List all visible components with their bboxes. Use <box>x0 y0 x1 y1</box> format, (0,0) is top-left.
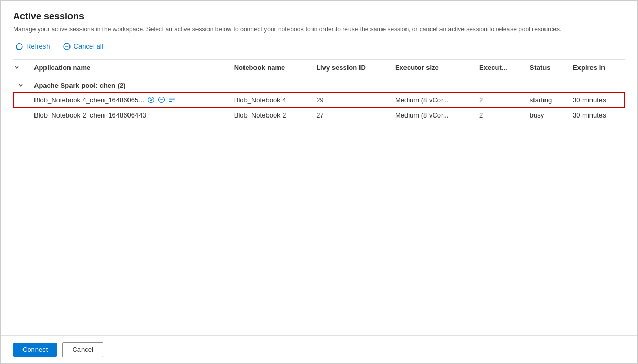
header-chevron-icon[interactable] <box>14 65 19 70</box>
row-executors: 2 <box>474 108 525 123</box>
row-expires-in: 30 minutes <box>567 108 625 123</box>
connect-session-icon[interactable] <box>147 96 155 103</box>
th-app-name: Application name <box>29 60 229 76</box>
sessions-table: Application name Notebook name Livy sess… <box>13 60 625 123</box>
row-chevron-cell <box>13 108 29 123</box>
refresh-icon <box>15 42 24 51</box>
th-notebook-name: Notebook name <box>229 60 311 76</box>
cancel-session-icon[interactable] <box>158 96 165 103</box>
row-app-name: Blob_Notebook 4_chen_16486065... <box>29 92 229 108</box>
row-executor-size: Medium (8 vCor... <box>390 92 474 108</box>
th-status: Status <box>525 60 567 76</box>
row-livy-session-id: 27 <box>311 108 390 123</box>
details-session-icon[interactable] <box>168 96 176 103</box>
footer: Connect Cancel <box>1 335 637 363</box>
page-description: Manage your active sessions in the works… <box>13 25 625 34</box>
refresh-button[interactable]: Refresh <box>13 41 52 52</box>
row-status: starting <box>525 92 567 108</box>
group-row: Apache Spark pool: chen (2) <box>13 76 625 92</box>
row-status: busy <box>525 108 567 123</box>
row-app-name: Blob_Notebook 2_chen_1648606443 <box>29 108 229 123</box>
svg-rect-5 <box>169 98 175 98</box>
row-notebook-name: Blob_Notebook 2 <box>229 108 311 123</box>
svg-point-2 <box>148 97 154 103</box>
table-header-row: Application name Notebook name Livy sess… <box>13 60 625 76</box>
group-chevron-cell <box>13 76 29 92</box>
row-chevron-cell <box>13 92 29 108</box>
toolbar: Refresh Cancel all <box>13 41 625 52</box>
row-executors: 2 <box>474 92 525 108</box>
cancel-all-label: Cancel all <box>74 42 103 50</box>
group-chevron-icon[interactable] <box>18 83 24 88</box>
refresh-label: Refresh <box>26 42 50 50</box>
table-row[interactable]: Blob_Notebook 4_chen_16486065... <box>13 92 625 108</box>
row-notebook-name: Blob_Notebook 4 <box>229 92 311 108</box>
group-name: Apache Spark pool: chen (2) <box>29 76 625 92</box>
th-executors: Execut... <box>474 60 525 76</box>
th-expand <box>13 60 29 76</box>
svg-rect-6 <box>169 100 175 100</box>
row-expires-in: 30 minutes <box>567 92 625 108</box>
cancel-button[interactable]: Cancel <box>62 342 103 357</box>
row-actions <box>147 96 176 103</box>
th-livy-session-id: Livy session ID <box>311 60 390 76</box>
th-executor-size: Executor size <box>390 60 474 76</box>
row-executor-size: Medium (8 vCor... <box>390 108 474 123</box>
row-livy-session-id: 29 <box>311 92 390 108</box>
th-expires-in: Expires in <box>567 60 625 76</box>
cancel-all-button[interactable]: Cancel all <box>61 41 106 52</box>
svg-rect-7 <box>169 101 172 102</box>
table-row[interactable]: Blob_Notebook 2_chen_1648606443 Blob_Not… <box>13 108 625 123</box>
page-title: Active sessions <box>13 11 625 22</box>
main-container: Active sessions Manage your active sessi… <box>1 1 637 335</box>
connect-button[interactable]: Connect <box>13 343 57 357</box>
table-container: Application name Notebook name Livy sess… <box>13 60 625 330</box>
cancel-all-icon <box>63 42 71 51</box>
